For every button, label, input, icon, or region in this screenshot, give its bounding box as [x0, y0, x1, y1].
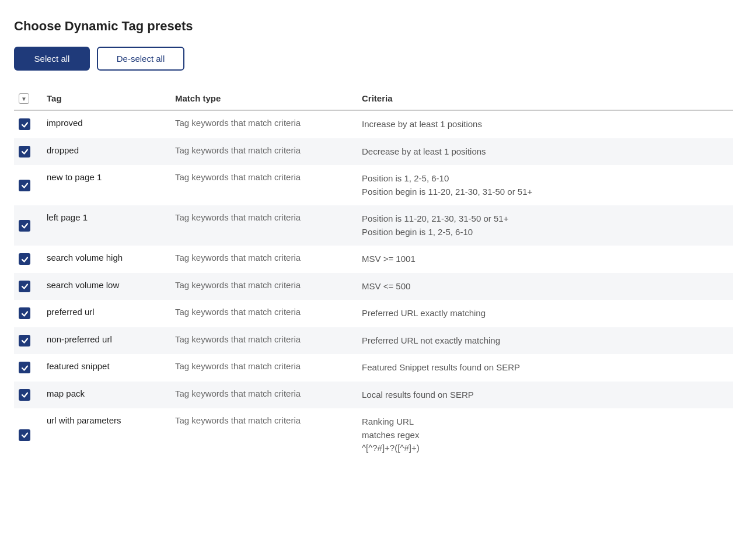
match-type-column-header: Match type — [168, 87, 355, 110]
action-buttons: Select all De-select all — [14, 47, 733, 71]
match-type-cell: Tag keywords that match criteria — [168, 165, 355, 205]
table-row: map packTag keywords that match criteria… — [14, 382, 733, 409]
table-row: new to page 1Tag keywords that match cri… — [14, 165, 733, 205]
checkbox-cell — [14, 246, 40, 273]
table-row: non-preferred urlTag keywords that match… — [14, 327, 733, 355]
row-checkbox[interactable] — [19, 362, 30, 373]
criteria-cell: Position is 1, 2-5, 6-10Position begin i… — [355, 165, 733, 205]
match-type-cell: Tag keywords that match criteria — [168, 138, 355, 166]
match-type-cell: Tag keywords that match criteria — [168, 110, 355, 138]
row-checkbox[interactable] — [19, 146, 30, 158]
criteria-cell: Preferred URL exactly matching — [355, 300, 733, 327]
tag-cell: search volume low — [40, 273, 168, 300]
criteria-cell: Featured Snippet results found on SERP — [355, 354, 733, 382]
checkbox-cell — [14, 327, 40, 355]
tag-cell: dropped — [40, 138, 168, 166]
row-checkbox[interactable] — [19, 180, 30, 191]
criteria-cell: Ranking URLmatches regex^[^?#]+?([^#]+) — [355, 408, 733, 462]
deselect-all-button[interactable]: De-select all — [97, 47, 184, 71]
row-checkbox[interactable] — [19, 281, 30, 292]
row-checkbox[interactable] — [19, 429, 30, 441]
table-header-row: ▼ Tag Match type Criteria — [14, 87, 733, 110]
table-body: improvedTag keywords that match criteria… — [14, 110, 733, 462]
presets-table: ▼ Tag Match type Criteria improvedTag ke… — [14, 87, 733, 462]
row-checkbox[interactable] — [19, 118, 30, 130]
criteria-cell: Decrease by at least 1 positions — [355, 138, 733, 166]
checkbox-cell — [14, 110, 40, 138]
table-row: featured snippetTag keywords that match … — [14, 354, 733, 382]
tag-cell: featured snippet — [40, 354, 168, 382]
table-row: url with parametersTag keywords that mat… — [14, 408, 733, 462]
row-checkbox[interactable] — [19, 307, 30, 319]
tag-cell: search volume high — [40, 246, 168, 273]
select-all-button[interactable]: Select all — [14, 47, 90, 71]
criteria-cell: Position is 11-20, 21-30, 31-50 or 51+Po… — [355, 205, 733, 246]
match-type-cell: Tag keywords that match criteria — [168, 354, 355, 382]
match-type-cell: Tag keywords that match criteria — [168, 246, 355, 273]
match-type-cell: Tag keywords that match criteria — [168, 327, 355, 355]
checkbox-cell — [14, 138, 40, 166]
tag-column-header: Tag — [40, 87, 168, 110]
checkbox-cell — [14, 354, 40, 382]
checkbox-cell — [14, 300, 40, 327]
match-type-cell: Tag keywords that match criteria — [168, 273, 355, 300]
table-row: preferred urlTag keywords that match cri… — [14, 300, 733, 327]
checkbox-cell — [14, 408, 40, 462]
criteria-cell: MSV <= 500 — [355, 273, 733, 300]
criteria-cell: Local results found on SERP — [355, 382, 733, 409]
row-checkbox[interactable] — [19, 389, 30, 401]
tag-cell: preferred url — [40, 300, 168, 327]
tag-cell: new to page 1 — [40, 165, 168, 205]
tag-cell: url with parameters — [40, 408, 168, 462]
table-row: droppedTag keywords that match criteriaD… — [14, 138, 733, 166]
table-row: left page 1Tag keywords that match crite… — [14, 205, 733, 246]
match-type-cell: Tag keywords that match criteria — [168, 300, 355, 327]
row-checkbox[interactable] — [19, 253, 30, 265]
criteria-cell: Increase by at least 1 positions — [355, 110, 733, 138]
checkbox-cell — [14, 382, 40, 409]
checkbox-cell — [14, 205, 40, 246]
match-type-cell: Tag keywords that match criteria — [168, 382, 355, 409]
table-row: improvedTag keywords that match criteria… — [14, 110, 733, 138]
tag-cell: improved — [40, 110, 168, 138]
table-row: search volume lowTag keywords that match… — [14, 273, 733, 300]
page-title: Choose Dynamic Tag presets — [14, 19, 733, 34]
criteria-cell: MSV >= 1001 — [355, 246, 733, 273]
tag-cell: left page 1 — [40, 205, 168, 246]
sort-column-header[interactable]: ▼ — [14, 87, 40, 110]
match-type-cell: Tag keywords that match criteria — [168, 408, 355, 462]
sort-icon[interactable]: ▼ — [19, 93, 29, 104]
criteria-cell: Preferred URL not exactly matching — [355, 327, 733, 355]
tag-cell: non-preferred url — [40, 327, 168, 355]
checkbox-cell — [14, 273, 40, 300]
row-checkbox[interactable] — [19, 220, 30, 232]
tag-cell: map pack — [40, 382, 168, 409]
criteria-column-header: Criteria — [355, 87, 733, 110]
table-row: search volume highTag keywords that matc… — [14, 246, 733, 273]
match-type-cell: Tag keywords that match criteria — [168, 205, 355, 246]
row-checkbox[interactable] — [19, 335, 30, 346]
checkbox-cell — [14, 165, 40, 205]
